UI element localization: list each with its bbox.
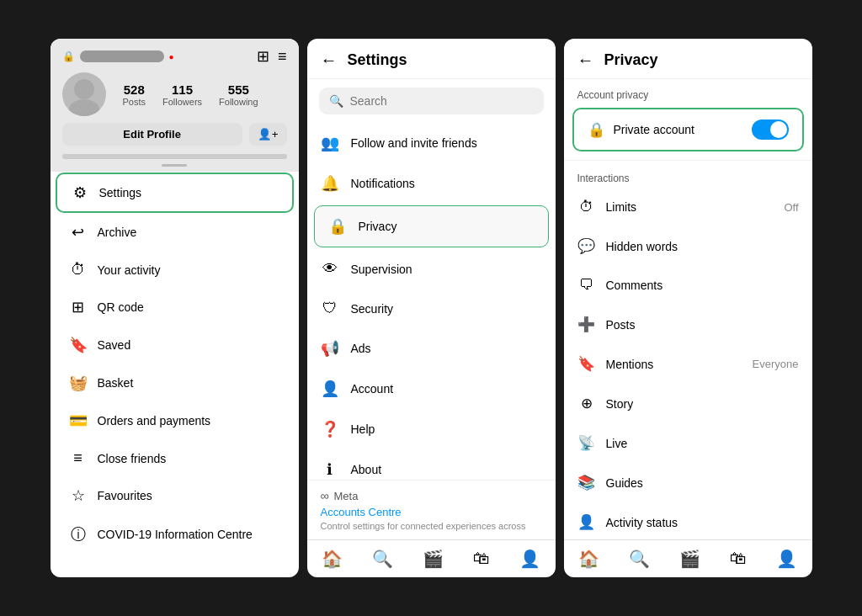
privacy-row-guides[interactable]: 📚 Guides (564, 463, 812, 502)
settings-title: Settings (348, 51, 407, 69)
nav-shop-icon[interactable]: 🛍 (473, 549, 490, 569)
settings-header: ← Settings (307, 39, 556, 79)
settings-item-settings[interactable]: ⚙ Settings (56, 173, 294, 213)
toggle-knob (770, 121, 787, 138)
hamburger-icon[interactable]: ≡ (278, 48, 287, 66)
nav-reels-icon[interactable]: 🎬 (423, 549, 444, 569)
settings-item-favourites[interactable]: ☆ Favourites (56, 477, 294, 514)
accounts-centre-link[interactable]: Accounts Centre (321, 506, 542, 518)
account-privacy-label: Account privacy (564, 79, 812, 106)
interactions-label: Interactions (564, 166, 812, 188)
search-input[interactable] (350, 94, 534, 108)
menu-item-privacy[interactable]: 🔒 Privacy (314, 205, 549, 247)
privacy-row-posts[interactable]: ➕ Posts (564, 305, 812, 344)
activity-status-label: Activity status (606, 516, 678, 529)
following-label: Following (219, 97, 258, 107)
privacy-row-live[interactable]: 📡 Live (564, 423, 812, 463)
private-account-toggle[interactable] (752, 119, 789, 140)
menu-item-ads[interactable]: 📢 Ads (307, 328, 556, 369)
menu-item-about[interactable]: ℹ About (307, 449, 556, 480)
settings-icon: ⚙ (71, 183, 89, 202)
privacy-row-comments[interactable]: 🗨 Comments (564, 266, 812, 305)
privacy-row-mentions[interactable]: 🔖 Mentions Everyone (564, 344, 812, 384)
screen-settings: ← Settings 🔍 👥 Follow and invite friends… (307, 39, 556, 577)
posts-label: Posts (123, 97, 146, 107)
account-icon: 👤 (321, 380, 339, 398)
back-button[interactable]: ← (321, 50, 338, 70)
mentions-icon: 🔖 (577, 355, 596, 373)
nav-profile-icon[interactable]: 👤 (519, 549, 540, 569)
meta-section: ∞ Meta Accounts Centre Control settings … (307, 480, 556, 539)
story-label: Story (606, 397, 634, 411)
favourites-label: Favourites (98, 489, 152, 502)
mentions-value: Everyone (753, 358, 799, 370)
posts-stat: 528 Posts (123, 82, 146, 107)
comments-label: Comments (606, 279, 663, 292)
live-left: 📡 Live (577, 434, 628, 452)
plus-icon[interactable]: ⊞ (257, 47, 269, 66)
settings-item-qr[interactable]: ⊞ QR code (56, 289, 294, 326)
story-icon: ⊕ (577, 395, 596, 412)
settings-item-close-friends[interactable]: ≡ Close friends (56, 440, 294, 476)
privacy-row-limits[interactable]: ⏱ Limits Off (564, 188, 812, 226)
privacy-nav-reels-icon[interactable]: 🎬 (679, 549, 700, 569)
edit-profile-button[interactable]: Edit Profile (62, 123, 242, 146)
saved-label: Saved (98, 338, 131, 352)
notifications-icon: 🔔 (321, 174, 339, 193)
add-person-button[interactable]: 👤+ (249, 123, 287, 146)
meta-description: Control settings for connected experienc… (321, 521, 542, 531)
settings-item-saved[interactable]: 🔖 Saved (56, 327, 294, 364)
privacy-back-button[interactable]: ← (577, 50, 594, 70)
privacy-nav-shop-icon[interactable]: 🛍 (730, 549, 747, 569)
screen-profile: 🔒 ● ⊞ ≡ 528 Posts (51, 39, 299, 577)
activity-icon: ⏱ (69, 261, 88, 279)
privacy-nav-home-icon[interactable]: 🏠 (578, 549, 599, 569)
profile-top-bar: 🔒 ● ⊞ ≡ (62, 47, 287, 66)
privacy-row-activity-status[interactable]: 👤 Activity status (564, 502, 812, 539)
settings-item-orders[interactable]: 💳 Orders and payments (56, 402, 294, 439)
nav-search-icon[interactable]: 🔍 (372, 549, 393, 569)
following-count: 555 (219, 82, 258, 97)
follow-icon: 👥 (321, 134, 339, 152)
nav-home-icon[interactable]: 🏠 (322, 549, 343, 569)
menu-item-help[interactable]: ❓ Help (307, 409, 556, 449)
settings-item-basket[interactable]: 🧺 Basket (56, 364, 294, 401)
settings-item-archive[interactable]: ↩ Archive (56, 214, 294, 251)
posts-left: ➕ Posts (577, 316, 636, 333)
search-bar[interactable]: 🔍 (319, 88, 544, 114)
private-account-row[interactable]: 🔒 Private account (572, 108, 804, 151)
private-account-left: 🔒 Private account (588, 121, 695, 139)
supervision-label: Supervision (351, 263, 412, 276)
privacy-nav-search-icon[interactable]: 🔍 (629, 549, 650, 569)
privacy-row-hidden-words[interactable]: 💬 Hidden words (564, 226, 812, 266)
privacy-content: Account privacy 🔒 Private account Intera… (564, 79, 812, 539)
profile-highlights (62, 154, 287, 159)
orders-label: Orders and payments (98, 414, 211, 427)
lock-icon: 🔒 (588, 121, 605, 139)
menu-item-follow[interactable]: 👥 Follow and invite friends (307, 123, 556, 163)
privacy-row-story[interactable]: ⊕ Story (564, 384, 812, 423)
help-icon: ❓ (321, 420, 339, 438)
followers-count: 115 (162, 82, 202, 97)
privacy-nav-profile-icon[interactable]: 👤 (776, 549, 797, 569)
security-icon: 🛡 (321, 300, 339, 317)
activity-label: Your activity (98, 263, 161, 277)
privacy-icon: 🔒 (328, 217, 347, 236)
about-label: About (351, 463, 382, 476)
menu-item-notifications[interactable]: 🔔 Notifications (307, 163, 556, 204)
follow-label: Follow and invite friends (351, 136, 477, 150)
posts-count: 528 (123, 82, 146, 97)
settings-item-covid[interactable]: ⓘ COVID-19 Information Centre (56, 515, 294, 554)
menu-item-supervision[interactable]: 👁 Supervision (307, 249, 556, 289)
basket-label: Basket (98, 376, 134, 390)
archive-icon: ↩ (69, 223, 88, 242)
story-left: ⊕ Story (577, 395, 634, 412)
menu-item-security[interactable]: 🛡 Security (307, 289, 556, 328)
profile-top-icons: ⊞ ≡ (257, 47, 287, 66)
hidden-words-label: Hidden words (606, 240, 678, 253)
settings-item-activity[interactable]: ⏱ Your activity (56, 252, 294, 288)
close-friends-icon: ≡ (69, 449, 88, 467)
meta-label: Meta (333, 490, 358, 502)
menu-item-account[interactable]: 👤 Account (307, 369, 556, 409)
settings-list: ⚙ Settings ↩ Archive ⏱ Your activity ⊞ Q… (51, 172, 299, 577)
